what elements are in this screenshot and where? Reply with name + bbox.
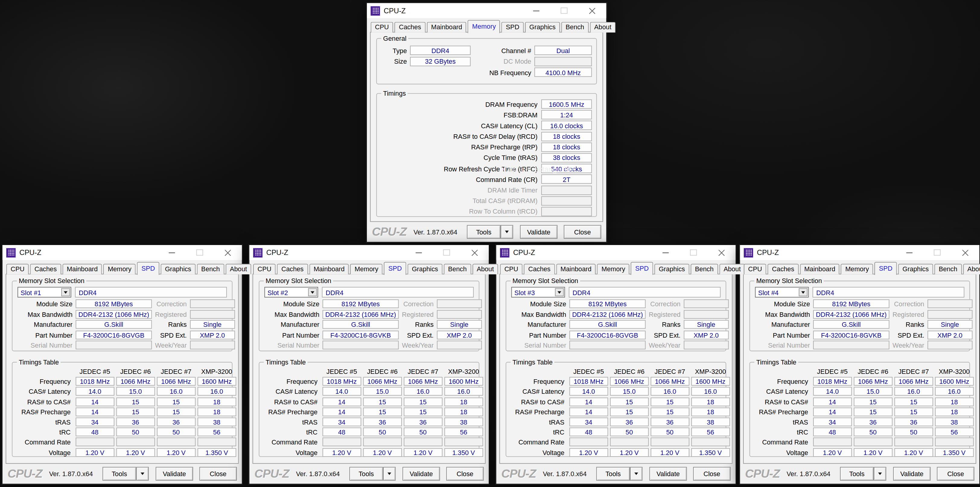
- tools-dropdown-button[interactable]: [501, 225, 513, 239]
- field-memory-type: DDR4: [322, 287, 474, 298]
- tab-about[interactable]: About: [590, 22, 616, 33]
- tab-bench[interactable]: Bench: [561, 22, 589, 33]
- close-button[interactable]: [461, 245, 489, 260]
- close-window-button[interactable]: Close: [199, 467, 237, 481]
- tab-memory[interactable]: Memory: [350, 264, 383, 274]
- tab-page: Memory Slot SelectionSlot #4DDR4Module S…: [743, 274, 976, 464]
- cell-ras-precharge-1: 15: [116, 407, 155, 416]
- tab-cpu[interactable]: CPU: [6, 264, 29, 274]
- tools-dropdown-button[interactable]: [383, 467, 396, 481]
- tab-about[interactable]: About: [963, 264, 980, 274]
- tab-memory[interactable]: Memory: [103, 264, 136, 274]
- tab-caches[interactable]: Caches: [768, 264, 799, 274]
- cell-voltage-2: 1.20 V: [157, 448, 196, 457]
- tools-button[interactable]: Tools: [103, 467, 136, 481]
- tab-mainboard[interactable]: Mainboard: [62, 264, 102, 274]
- tab-bench[interactable]: Bench: [197, 264, 224, 274]
- tab-graphics[interactable]: Graphics: [407, 264, 442, 274]
- timings-group: TimingsDRAM Frequency1600.5 MHzFSB:DRAM1…: [376, 93, 597, 217]
- tab-caches[interactable]: Caches: [30, 264, 61, 274]
- close-window-button[interactable]: Close: [446, 467, 484, 481]
- validate-button[interactable]: Validate: [156, 467, 193, 481]
- tab-mainboard[interactable]: Mainboard: [800, 264, 840, 274]
- minimize-button[interactable]: [522, 3, 550, 18]
- tab-cpu[interactable]: CPU: [500, 264, 523, 274]
- cell-command-rate-0: [569, 438, 608, 447]
- cell-tras-1: 36: [116, 418, 155, 427]
- tab-cpu[interactable]: CPU: [744, 264, 766, 274]
- memory-slot-select[interactable]: Slot #4: [755, 287, 809, 298]
- close-window-button[interactable]: Close: [693, 467, 730, 481]
- close-button[interactable]: [708, 245, 736, 260]
- tab-caches[interactable]: Caches: [277, 264, 308, 274]
- tab-caches[interactable]: Caches: [524, 264, 555, 274]
- tools-button[interactable]: Tools: [596, 467, 630, 481]
- tab-bench[interactable]: Bench: [934, 264, 962, 274]
- tab-spd[interactable]: SPD: [384, 262, 406, 275]
- tab-memory[interactable]: Memory: [841, 264, 873, 274]
- tab-graphics[interactable]: Graphics: [654, 264, 689, 274]
- combo-dropdown-button[interactable]: [555, 288, 564, 296]
- combo-dropdown-button[interactable]: [308, 288, 317, 296]
- memory-slot-select[interactable]: Slot #1: [18, 287, 71, 298]
- tab-mainboard[interactable]: Mainboard: [309, 264, 349, 274]
- tab-spd[interactable]: SPD: [875, 262, 897, 275]
- tools-dropdown-button[interactable]: [136, 467, 149, 481]
- window-titlebar[interactable]: CPU-Z: [367, 3, 606, 18]
- tab-graphics[interactable]: Graphics: [161, 264, 196, 274]
- minimize-button[interactable]: [158, 245, 186, 260]
- tab-memory[interactable]: Memory: [597, 264, 630, 274]
- tab-mainboard[interactable]: Mainboard: [426, 22, 466, 33]
- tab-graphics[interactable]: Graphics: [525, 22, 560, 33]
- tab-cpu[interactable]: CPU: [371, 22, 393, 33]
- close-window-button[interactable]: Close: [937, 467, 974, 481]
- cell-command-rate-3: [691, 438, 730, 447]
- cpuz-app-icon[interactable]: [6, 248, 16, 257]
- tab-mainboard[interactable]: Mainboard: [556, 264, 596, 274]
- tab-bench[interactable]: Bench: [690, 264, 718, 274]
- window-titlebar[interactable]: CPU-Z: [740, 245, 979, 260]
- cell-cas-latency-3: 16.0: [444, 387, 483, 396]
- memory-slot-select[interactable]: Slot #3: [511, 287, 565, 298]
- combo-dropdown-button[interactable]: [61, 288, 70, 296]
- cpuz-app-icon[interactable]: [500, 248, 509, 257]
- validate-button[interactable]: Validate: [649, 467, 687, 481]
- minimize-button[interactable]: [404, 245, 433, 260]
- validate-button[interactable]: Validate: [402, 467, 440, 481]
- cpuz-app-icon[interactable]: [371, 6, 380, 15]
- cell-command-rate-2: [403, 438, 442, 447]
- tab-about[interactable]: About: [225, 264, 251, 274]
- minimize-button[interactable]: [651, 245, 679, 260]
- validate-button[interactable]: Validate: [520, 225, 557, 239]
- window-titlebar[interactable]: CPU-Z: [250, 245, 489, 260]
- tab-bench[interactable]: Bench: [444, 264, 471, 274]
- minimize-button[interactable]: [895, 245, 923, 260]
- tab-spd[interactable]: SPD: [631, 262, 653, 275]
- tab-caches[interactable]: Caches: [395, 22, 425, 33]
- close-button[interactable]: [951, 245, 979, 260]
- cpuz-app-icon[interactable]: [253, 248, 262, 257]
- tab-spd[interactable]: SPD: [501, 22, 524, 33]
- tab-graphics[interactable]: Graphics: [898, 264, 933, 274]
- field-part-number: F4-3200C16-8GVGB: [76, 330, 152, 339]
- tools-dropdown-button[interactable]: [630, 467, 643, 481]
- tools-button[interactable]: Tools: [349, 467, 383, 481]
- close-button[interactable]: [214, 245, 242, 260]
- label-frequency: Frequency: [510, 378, 568, 385]
- tools-button[interactable]: Tools: [467, 225, 501, 239]
- window-titlebar[interactable]: CPU-Z: [2, 245, 242, 260]
- window-titlebar[interactable]: CPU-Z: [496, 245, 736, 260]
- close-window-button[interactable]: Close: [564, 225, 601, 239]
- validate-button[interactable]: Validate: [893, 467, 931, 481]
- tab-memory[interactable]: Memory: [468, 20, 500, 33]
- combo-dropdown-button[interactable]: [799, 288, 807, 296]
- tab-cpu[interactable]: CPU: [253, 264, 276, 274]
- tools-button[interactable]: Tools: [840, 467, 874, 481]
- tools-dropdown-button[interactable]: [874, 467, 886, 481]
- tab-spd[interactable]: SPD: [137, 262, 159, 275]
- label-cycle-time-tras: Cycle Time (tRAS): [381, 154, 541, 161]
- memory-slot-select[interactable]: Slot #2: [264, 287, 318, 298]
- close-button[interactable]: [578, 3, 606, 18]
- tab-about[interactable]: About: [472, 264, 498, 274]
- cpuz-app-icon[interactable]: [744, 248, 753, 257]
